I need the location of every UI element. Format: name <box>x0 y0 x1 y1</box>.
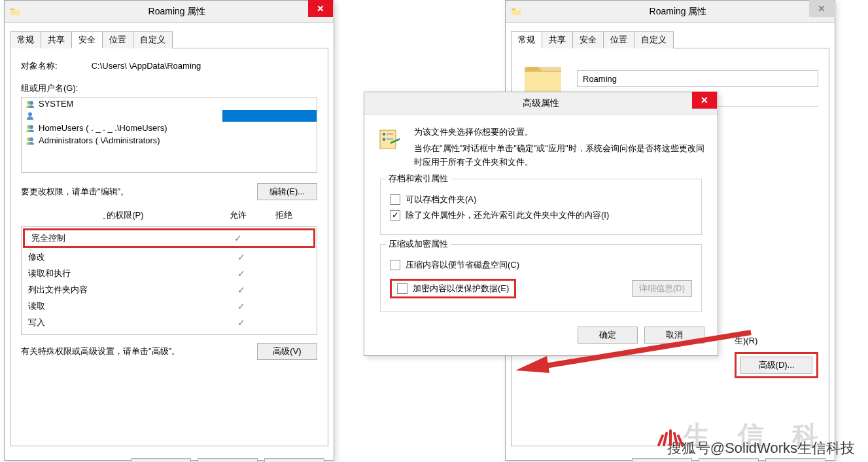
cancel-button[interactable]: 取消 <box>644 327 704 344</box>
tab-共享[interactable]: 共享 <box>542 31 573 48</box>
archive-index-group: 存档和索引属性 可以存档文件夹(A) 除了文件属性外，还允许索引此文件夹中文件的… <box>380 179 702 235</box>
edit-hint: 要更改权限，请单击"编辑"。 <box>21 186 129 198</box>
checkbox-icon <box>390 210 400 221</box>
tab-常规[interactable]: 常规 <box>511 31 542 48</box>
compress-encrypt-group: 压缩或加密属性 压缩内容以便节省磁盘空间(C) 加密内容以便保护数据(E) 详细… <box>380 244 702 312</box>
group-legend: 压缩或加密属性 <box>386 238 451 250</box>
tab-安全[interactable]: 安全 <box>572 31 604 48</box>
allow-header: 允许 <box>215 209 261 221</box>
object-name-label: 对象名称: <box>21 60 76 72</box>
tab-安全[interactable]: 安全 <box>71 31 103 48</box>
permission-row[interactable]: 修改✓ <box>22 249 317 266</box>
folder-icon <box>511 7 521 17</box>
encrypt-checkbox-row[interactable]: 加密内容以便保护数据(E) <box>390 279 516 298</box>
folder-icon <box>522 62 564 96</box>
advanced-attributes-dialog: 高级属性 ✕ 为该文件夹选择你想要的设置。 当你在"属性"对话框中单击"确定"或… <box>364 92 718 356</box>
watermark: 搜狐号@SolidWorks生信科技 生 信 科 <box>667 438 855 458</box>
svg-line-15 <box>664 433 667 445</box>
tab-自定义[interactable]: 自定义 <box>133 31 173 48</box>
checkbox-icon <box>397 283 408 294</box>
folder-icon <box>10 7 20 17</box>
details-button: 详细信息(D) <box>632 280 692 297</box>
svg-line-18 <box>678 436 682 445</box>
advanced-row: 有关特殊权限或高级设置，请单击"高级"。 高级(V) <box>21 343 317 360</box>
permission-row[interactable]: 读取和执行✓ <box>22 266 317 282</box>
object-name-row: 对象名称: C:\Users\ \AppData\Roaming <box>21 60 317 72</box>
ok-button[interactable]: 确定 <box>131 458 191 462</box>
dialog-buttons: 确定 取消 应用(A) <box>5 452 334 462</box>
user-list-item[interactable]: HomeUsers ( . _ . _ .\HomeUsers) <box>22 122 317 134</box>
svg-point-1 <box>29 101 33 105</box>
permission-row[interactable]: 读取✓ <box>22 298 317 315</box>
edit-row: 要更改权限，请单击"编辑"。 编辑(E)... <box>21 183 317 200</box>
index-checkbox-row[interactable]: 除了文件属性外，还允许索引此文件夹中文件的内容(I) <box>390 209 692 221</box>
archive-checkbox-row[interactable]: 可以存档文件夹(A) <box>390 194 692 205</box>
close-button[interactable]: ✕ <box>692 92 717 109</box>
svg-line-16 <box>674 433 677 445</box>
window-title: 高级属性 <box>364 98 718 109</box>
edit-button[interactable]: 编辑(E)... <box>257 183 317 200</box>
svg-point-2 <box>28 113 32 116</box>
folder-name-input[interactable] <box>577 70 818 87</box>
encrypt-label: 加密内容以便保护数据(E) <box>413 283 509 294</box>
ok-button[interactable]: 确定 <box>578 327 638 344</box>
group-legend: 存档和索引属性 <box>386 173 451 185</box>
attributes-partial-label: 生)(R) <box>735 335 818 347</box>
intro-line-1: 为该文件夹选择你想要的设置。 <box>414 126 704 138</box>
titlebar[interactable]: 高级属性 ✕ <box>364 92 718 115</box>
tab-共享[interactable]: 共享 <box>41 31 72 48</box>
advanced-attributes-button[interactable]: 高级(D)... <box>740 357 812 374</box>
titlebar[interactable]: Roaming 属性 ✕ <box>5 1 334 23</box>
svg-rect-10 <box>383 138 385 141</box>
group-user-label: 组或用户名(G): <box>21 82 317 94</box>
permission-row[interactable]: 完全控制✓ <box>23 228 315 248</box>
attributes-icon <box>377 126 404 152</box>
permission-row[interactable]: 列出文件夹内容✓ <box>22 282 317 298</box>
tab-位置[interactable]: 位置 <box>102 31 133 48</box>
tab-位置[interactable]: 位置 <box>603 31 634 48</box>
svg-point-4 <box>29 125 33 129</box>
permission-row[interactable]: 写入✓ <box>22 315 317 331</box>
svg-rect-8 <box>383 133 385 135</box>
svg-rect-11 <box>387 138 393 140</box>
permissions-listbox[interactable]: 完全控制✓修改✓读取和执行✓列出文件夹内容✓读取✓写入✓ <box>21 226 317 335</box>
close-button[interactable]: ✕ <box>809 0 834 17</box>
apply-button: 应用(A) <box>264 458 324 462</box>
security-panel: 对象名称: C:\Users\ \AppData\Roaming 组或用户名(G… <box>10 48 328 446</box>
cancel-button[interactable]: 取消 <box>699 458 759 462</box>
object-name-value: C:\Users\ \AppData\Roaming <box>92 61 201 71</box>
user-list-item[interactable]: SYSTEM <box>22 98 317 110</box>
advanced-button[interactable]: 高级(V) <box>257 343 317 360</box>
dialog-buttons: 确定 取消 <box>377 321 704 351</box>
close-button[interactable]: ✕ <box>308 0 333 17</box>
archive-label: 可以存档文件夹(A) <box>406 194 476 205</box>
checkbox-icon <box>390 260 400 270</box>
tab-常规[interactable]: 常规 <box>10 31 41 48</box>
user-list-item[interactable]: Administrators ( \Administrators) <box>22 134 317 147</box>
tab-自定义[interactable]: 自定义 <box>634 31 674 48</box>
window-title: Roaming 属性 <box>521 6 835 18</box>
user-list-item[interactable] <box>22 110 317 122</box>
advanced-hint: 有关特殊权限或高级设置，请单击"高级"。 <box>21 346 180 357</box>
checkbox-icon <box>390 194 400 205</box>
titlebar[interactable]: Roaming 属性 ✕ <box>506 1 835 23</box>
svg-point-6 <box>29 137 33 141</box>
svg-line-17 <box>659 436 663 445</box>
deny-header: 拒绝 <box>261 209 307 221</box>
users-listbox[interactable]: SYSTEMHomeUsers ( . _ . _ .\HomeUsers)Ad… <box>21 97 317 173</box>
properties-dialog-security: Roaming 属性 ✕ 常规共享安全位置自定义 对象名称: C:\Users\… <box>4 0 334 461</box>
compress-label: 压缩内容以便节省磁盘空间(C) <box>406 259 519 271</box>
apply-button: 应用(A) <box>765 458 825 462</box>
tabs: 常规共享安全位置自定义 <box>10 31 328 48</box>
compress-checkbox-row[interactable]: 压缩内容以便节省磁盘空间(C) <box>390 259 692 271</box>
window-title: Roaming 属性 <box>20 6 334 18</box>
cancel-button[interactable]: 取消 <box>198 458 258 462</box>
ok-button[interactable]: 确定 <box>632 458 692 462</box>
tabs: 常规共享安全位置自定义 <box>511 31 829 48</box>
svg-rect-9 <box>387 133 393 135</box>
perms-header: 的权限(P) 允许 拒绝 <box>21 209 317 225</box>
intro-line-2: 当你在"属性"对话框中单击"确定"或"应用"时，系统会询问你是否将这些更改同时应… <box>414 142 704 169</box>
index-label: 除了文件属性外，还允许索引此文件夹中文件的内容(I) <box>406 209 609 221</box>
